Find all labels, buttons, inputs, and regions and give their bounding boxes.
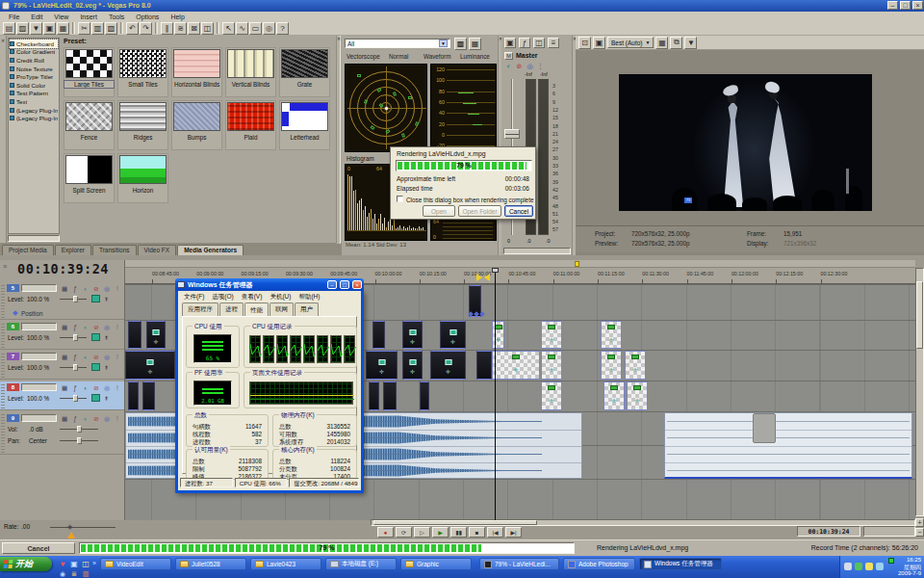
track-motion-icon[interactable]: ▦ bbox=[60, 414, 69, 423]
preset-large-tiles[interactable]: Large Tiles bbox=[64, 47, 115, 97]
tm-menu-item[interactable]: 查看(V) bbox=[239, 293, 266, 302]
cancel-button[interactable]: Cancel bbox=[504, 205, 533, 217]
new-project-icon[interactable]: ▤ bbox=[3, 22, 15, 35]
zoom-in-button[interactable]: + bbox=[915, 518, 924, 527]
compositing-mode-icon[interactable] bbox=[91, 333, 100, 341]
track-header-9[interactable]: 9▦ƒ◐⊘◎!Vol:.0 dBPan:Center bbox=[0, 412, 124, 455]
fx-icon[interactable]: ⋮ bbox=[536, 62, 545, 70]
solo-icon[interactable]: ◎ bbox=[102, 353, 112, 361]
transport-time-display[interactable]: 00:10:39:24 bbox=[797, 526, 860, 537]
taskbar-task-6[interactable]: Adobe Photoshop bbox=[563, 558, 635, 570]
mixer-scrollbar[interactable] bbox=[503, 248, 571, 254]
timeline-marker[interactable] bbox=[575, 261, 579, 267]
volume-icon[interactable] bbox=[865, 563, 873, 570]
tm-menu-item[interactable]: 关机(U) bbox=[267, 293, 294, 302]
menu-item-tools[interactable]: Tools bbox=[104, 13, 129, 20]
track-grip[interactable] bbox=[1, 284, 5, 318]
normal-edit-tool-icon[interactable]: ↖ bbox=[222, 22, 235, 35]
generated-media-event[interactable]: ✛ bbox=[625, 351, 646, 380]
mute-icon[interactable]: ⊘ bbox=[91, 383, 101, 392]
loop-playback-button[interactable]: ⟳ bbox=[396, 527, 412, 538]
level-slider-handle[interactable] bbox=[73, 364, 78, 371]
scope-tab-luminance[interactable]: Luminance bbox=[460, 53, 490, 60]
video-event[interactable] bbox=[476, 351, 492, 380]
printer-icon[interactable] bbox=[844, 563, 852, 570]
preset-ridges[interactable]: Ridges bbox=[117, 100, 168, 150]
video-event[interactable] bbox=[369, 381, 379, 410]
timeline-timecode[interactable]: 00:10:39:24 bbox=[17, 261, 123, 276]
properties-icon[interactable]: ▣ bbox=[43, 22, 56, 35]
generator-item-8[interactable]: (Legacy Plug-In bbox=[10, 106, 58, 115]
track-header-7[interactable]: 7▦ƒ◐⊘◎!Level:100.0 %↟ bbox=[0, 351, 124, 380]
splitter-close-icon[interactable]: ✕ bbox=[337, 36, 340, 41]
solo-icon[interactable]: ◎ bbox=[102, 383, 112, 392]
dock-tab-explorer[interactable]: Explorer bbox=[55, 245, 91, 255]
scope-settings-icon[interactable]: ▩ bbox=[454, 38, 467, 50]
tm-tab-2[interactable]: 性能 bbox=[244, 302, 269, 317]
solo-icon[interactable]: ◎ bbox=[102, 284, 112, 293]
paste-icon[interactable]: ▧ bbox=[105, 22, 117, 35]
compositing-mode-icon[interactable] bbox=[91, 394, 100, 402]
solo-icon[interactable]: ◎ bbox=[102, 414, 112, 423]
video-event[interactable] bbox=[372, 321, 385, 349]
maximize-button[interactable]: □ bbox=[900, 1, 911, 10]
tm-menu-item[interactable]: 文件(F) bbox=[181, 293, 207, 302]
preset-letterhead[interactable]: Letterhead bbox=[279, 100, 330, 150]
automation-icon[interactable]: ◐ bbox=[81, 353, 90, 361]
track-motion-icon[interactable]: ▦ bbox=[60, 383, 69, 392]
generator-item-3[interactable]: Noise Texture bbox=[10, 65, 58, 73]
audio-event-gray-block[interactable] bbox=[753, 413, 776, 443]
video-event[interactable]: ✛ bbox=[146, 321, 166, 349]
more-icon[interactable]: ! bbox=[113, 284, 122, 293]
undo-icon[interactable]: ↶ bbox=[126, 22, 139, 35]
record-button[interactable]: ● bbox=[377, 527, 394, 538]
zoom-edit-tool-icon[interactable]: ◎ bbox=[263, 22, 275, 35]
more-icon[interactable]: ! bbox=[113, 383, 122, 392]
panel-splitter[interactable]: ✕ bbox=[336, 36, 341, 244]
track-name-slider[interactable] bbox=[21, 323, 57, 330]
mixer-downmix-icon[interactable]: ◫ bbox=[533, 38, 545, 48]
solo-icon[interactable]: ◎ bbox=[102, 323, 112, 331]
video-event[interactable]: ✛ bbox=[402, 351, 423, 380]
generator-item-0[interactable]: Checkerboard bbox=[10, 39, 58, 48]
envelope-edit-tool-icon[interactable]: ∿ bbox=[236, 22, 248, 35]
marker-bar[interactable] bbox=[125, 260, 915, 268]
copy-frame-icon[interactable]: ⧉ bbox=[670, 37, 682, 49]
loop-region-marker[interactable] bbox=[476, 274, 482, 281]
generated-media-event[interactable]: ✛ bbox=[541, 381, 562, 410]
preset-small-tiles[interactable]: Small Tiles bbox=[117, 47, 168, 97]
video-event[interactable]: ✛ bbox=[430, 351, 466, 380]
go-to-end-button[interactable]: ▶| bbox=[505, 527, 522, 538]
taskbar-task-5[interactable]: 79% - LaVieHLedi... bbox=[479, 558, 559, 570]
mute-icon[interactable]: ⊘ bbox=[91, 323, 101, 331]
generated-media-event[interactable]: ✛ bbox=[492, 321, 504, 349]
track-name-slider[interactable] bbox=[21, 353, 57, 360]
tm-close-button[interactable]: × bbox=[352, 280, 362, 289]
video-event[interactable] bbox=[383, 381, 397, 410]
generated-media-event[interactable]: ✛ bbox=[603, 381, 625, 410]
generated-media-event[interactable]: ✛ bbox=[627, 381, 648, 410]
rate-slider-handle[interactable]: ◈ bbox=[67, 523, 74, 531]
preset-horizon[interactable]: Horizon bbox=[117, 153, 168, 203]
tm-tab-3[interactable]: 联网 bbox=[270, 302, 294, 316]
automation-icon[interactable]: ◐ bbox=[81, 284, 90, 293]
taskbar-task-4[interactable]: Graphic bbox=[400, 558, 472, 570]
more-icon[interactable]: ! bbox=[113, 323, 122, 331]
video-output-icon[interactable]: ▣ bbox=[593, 37, 605, 49]
audio-event[interactable] bbox=[664, 412, 912, 479]
automation-icon[interactable]: ◐ bbox=[81, 323, 90, 331]
quick-launch-icon-5[interactable]: ≣ bbox=[69, 569, 79, 578]
zoom-out-button[interactable]: − bbox=[915, 528, 924, 537]
track-motion-icon[interactable]: ▦ bbox=[60, 323, 69, 331]
close-when-done-checkbox[interactable] bbox=[397, 196, 403, 202]
selection-edit-tool-icon[interactable]: ▭ bbox=[249, 22, 262, 35]
quick-launch-icon-3[interactable]: ◫ bbox=[81, 559, 90, 568]
track-fx-icon[interactable]: ƒ bbox=[70, 353, 80, 361]
save-frame-icon[interactable]: ▼ bbox=[684, 37, 697, 49]
scope-preset-dropdown[interactable]: All▼ bbox=[345, 39, 450, 48]
preset-grate[interactable]: Grate bbox=[279, 47, 330, 97]
quick-launch-icon-4[interactable]: ◉ bbox=[58, 569, 67, 578]
stop-button[interactable]: ■ bbox=[469, 527, 485, 538]
preset-horizontal-blinds[interactable]: Horizontal Blinds bbox=[171, 47, 222, 97]
tm-menu-item[interactable]: 帮助(H) bbox=[295, 293, 322, 302]
